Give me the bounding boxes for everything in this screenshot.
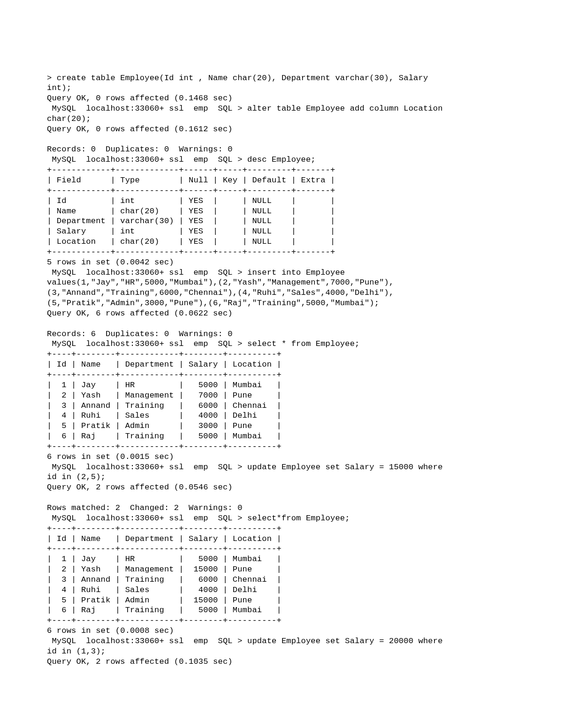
- terminal-output: > create table Employee(Id int , Name ch…: [47, 73, 516, 667]
